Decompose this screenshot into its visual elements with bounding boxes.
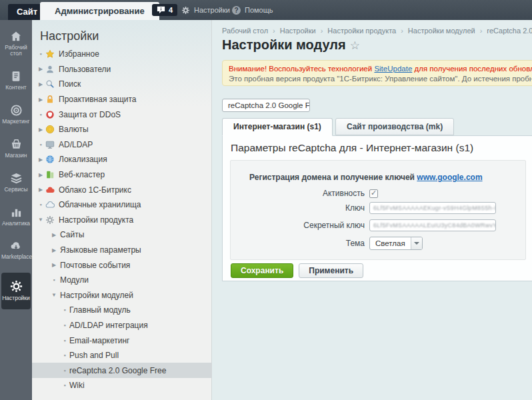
sidebar-item-modules[interactable]: ▪ Модули bbox=[32, 273, 212, 288]
siteupdate-link[interactable]: SiteUpdate bbox=[374, 65, 412, 73]
breadcrumb-product-settings[interactable]: Настройки продукта bbox=[316, 27, 397, 35]
rail-item-analytics[interactable]: Аналитика bbox=[1, 202, 31, 230]
rail-item-marketing[interactable]: Маркетинг bbox=[1, 100, 31, 128]
gear-icon bbox=[181, 6, 190, 15]
sidebar-item-wiki[interactable]: ▪ Wiki bbox=[32, 378, 212, 393]
notifications-count: 4 bbox=[169, 6, 173, 14]
save-button[interactable]: Сохранить bbox=[231, 263, 293, 278]
key-row: Ключ 6Lf5FvMSAAAAAEKugr-vS9H4GlpM8S5h-IU… bbox=[231, 202, 525, 214]
site-tabs: Интернет-магазин (s1) Сайт производства … bbox=[222, 118, 457, 136]
gear-icon bbox=[45, 215, 59, 225]
secret-key-row: Секретный ключ 6Lf5FvMSAAAAALEuIU3yC84dB… bbox=[231, 219, 525, 231]
admin-tab[interactable]: Администрирование bbox=[40, 2, 159, 20]
favorite-star-icon[interactable]: ☆ bbox=[350, 39, 360, 52]
sidebar-item-currencies[interactable]: ▶ Валюты bbox=[32, 122, 212, 137]
apply-button[interactable]: Применить bbox=[299, 263, 363, 278]
sidebar-item-localization[interactable]: ▶ Локализация bbox=[32, 152, 212, 167]
sidebar-item-recaptcha[interactable]: ▪ reCaptcha 2.0 Google Free bbox=[32, 363, 212, 378]
rail-item-content[interactable]: Контент bbox=[1, 66, 31, 94]
section-title: Параметры reCaptcha для - Интернет-магаз… bbox=[231, 142, 473, 154]
key-input[interactable]: 6Lf5FvMSAAAAAEKugr-vS9H4GlpM8S5h-IU-RH9H bbox=[369, 202, 496, 214]
shield-icon bbox=[45, 110, 59, 119]
module-select[interactable]: reCaptcha 2.0 Google Free bbox=[222, 99, 310, 112]
target-icon bbox=[1, 104, 31, 117]
notifications-badge[interactable]: 4 bbox=[152, 4, 177, 16]
warning-line-2: Это пробная версия продукта "1С-Битрикс:… bbox=[229, 74, 532, 84]
cloud-icon bbox=[45, 200, 59, 209]
sidebar-item-cloud-storage[interactable]: ▪ Облачные хранилища bbox=[32, 197, 212, 213]
coin-icon bbox=[45, 125, 59, 134]
document-icon bbox=[1, 70, 31, 83]
topbar-help-label: Помощь bbox=[245, 6, 273, 14]
sidebar-title: Настройки bbox=[40, 29, 211, 43]
sidebar-item-adldap-integration[interactable]: ▪ AD/LDAP интеграция bbox=[32, 318, 212, 333]
main-content: Рабочий столНастройкиНастройки продуктаН… bbox=[212, 20, 532, 400]
speech-bubble-icon bbox=[157, 6, 165, 14]
help-icon: ? bbox=[232, 6, 241, 15]
sidebar-item-language-params[interactable]: ▶ Языковые параметры bbox=[32, 243, 212, 258]
cloud-red-icon bbox=[45, 185, 59, 195]
rail-item-marketplace[interactable]: Marketplace bbox=[1, 236, 31, 263]
bar-chart-icon bbox=[1, 206, 31, 219]
gear-icon bbox=[1, 279, 31, 293]
breadcrumb: Рабочий столНастройкиНастройки продуктаН… bbox=[222, 27, 532, 35]
rail-item-services[interactable]: Сервисы bbox=[1, 168, 31, 196]
active-row: Активность bbox=[231, 189, 525, 198]
chevron-down-icon bbox=[411, 237, 422, 249]
topbar-settings-label: Настройки bbox=[194, 6, 230, 14]
secret-key-input[interactable]: 6Lf5FvMSAAAAALEuIU3yC84dBA0WRwvYD19u8VTU bbox=[369, 219, 496, 231]
lock-icon bbox=[45, 95, 59, 104]
monitor-icon bbox=[45, 140, 59, 149]
google-link[interactable]: www.google.com bbox=[417, 173, 482, 182]
sidebar-item-search[interactable]: ▶ Поиск bbox=[32, 77, 212, 92]
breadcrumb-settings[interactable]: Настройки bbox=[268, 27, 316, 35]
button-row: Сохранить Применить bbox=[231, 263, 363, 278]
home-icon bbox=[1, 30, 31, 43]
sidebar-item-bitrix-cloud[interactable]: ▶ Облако 1С-Битрикс bbox=[32, 182, 212, 197]
sidebar-item-users[interactable]: ▶ Пользователи bbox=[32, 62, 212, 77]
cluster-icon bbox=[45, 170, 59, 179]
globe-icon bbox=[45, 155, 59, 164]
recaptcha-form: Регистрация домена и получение ключей ww… bbox=[230, 160, 526, 260]
sidebar-item-favorites[interactable]: ▪ Избранное bbox=[32, 47, 212, 62]
top-bar: Сайт Администрирование 4 Настройки ? Пом… bbox=[0, 0, 532, 20]
layers-icon bbox=[1, 172, 31, 185]
sidebar-item-sites[interactable]: ▶ Сайты bbox=[32, 227, 212, 243]
sidebar-menu: ▪ Избранное ▶ Пользователи ▶ Поиск ▶ Про… bbox=[32, 47, 212, 393]
tab-internet-shop[interactable]: Интернет-магазин (s1) bbox=[222, 118, 333, 136]
sidebar-item-product-settings[interactable]: ▼ Настройки продукта bbox=[32, 213, 212, 228]
search-icon bbox=[45, 79, 59, 89]
sidebar: Настройки ▪ Избранное ▶ Пользователи ▶ П… bbox=[32, 20, 212, 400]
sidebar-item-adldap[interactable]: ▪ AD/LDAP bbox=[32, 137, 212, 153]
sidebar-item-push-and-pull[interactable]: ▪ Push and Pull bbox=[32, 348, 212, 363]
topbar-help-menu[interactable]: ? Помощь bbox=[232, 0, 273, 20]
sidebar-item-main-module[interactable]: ▪ Главный модуль bbox=[32, 303, 212, 318]
breadcrumb-desktop[interactable]: Рабочий стол bbox=[222, 27, 268, 35]
warning-line-1: Внимание! Воспользуйтесь технологией Sit… bbox=[229, 64, 532, 74]
rail-item-desktop[interactable]: Рабочий стол bbox=[1, 26, 31, 60]
page-title: Настройки модуля☆ bbox=[222, 37, 360, 53]
basket-icon bbox=[1, 138, 31, 151]
sidebar-item-email-marketing[interactable]: ▪ Email-маркетинг bbox=[32, 333, 212, 348]
tab-production-site[interactable]: Сайт производства (mk) bbox=[335, 118, 454, 135]
theme-row: Тема Светлая bbox=[231, 237, 525, 250]
sidebar-item-ddos-protection[interactable]: ▪ Защита от DDoS bbox=[32, 107, 212, 122]
breadcrumb-recaptcha[interactable]: reCaptcha 2.0 Google Free bbox=[475, 27, 532, 35]
left-rail: Рабочий стол Контент Маркетинг Магазин С… bbox=[0, 20, 32, 400]
sidebar-item-mail-events[interactable]: ▶ Почтовые события bbox=[32, 257, 212, 273]
sidebar-item-module-settings[interactable]: ▼ Настройки модулей bbox=[32, 288, 212, 303]
trial-warning-box: Внимание! Воспользуйтесь технологией Sit… bbox=[222, 60, 532, 86]
topbar-settings-menu[interactable]: Настройки bbox=[181, 0, 230, 20]
star-icon bbox=[45, 49, 59, 59]
registration-row: Регистрация домена и получение ключей ww… bbox=[249, 173, 483, 182]
breadcrumb-module-settings[interactable]: Настройки модулей bbox=[396, 27, 475, 35]
user-icon bbox=[45, 65, 59, 74]
settings-panel: Параметры reCaptcha для - Интернет-магаз… bbox=[222, 135, 532, 281]
sidebar-item-web-cluster[interactable]: ▶ Веб-кластер bbox=[32, 167, 212, 183]
rail-item-settings[interactable]: Настройки bbox=[1, 273, 31, 309]
active-checkbox[interactable] bbox=[369, 189, 378, 198]
cloud-download-icon bbox=[1, 240, 31, 252]
theme-select[interactable]: Светлая bbox=[369, 237, 423, 250]
sidebar-item-proactive-protection[interactable]: ▶ Проактивная защита bbox=[32, 92, 212, 107]
rail-item-shop[interactable]: Магазин bbox=[1, 134, 31, 162]
